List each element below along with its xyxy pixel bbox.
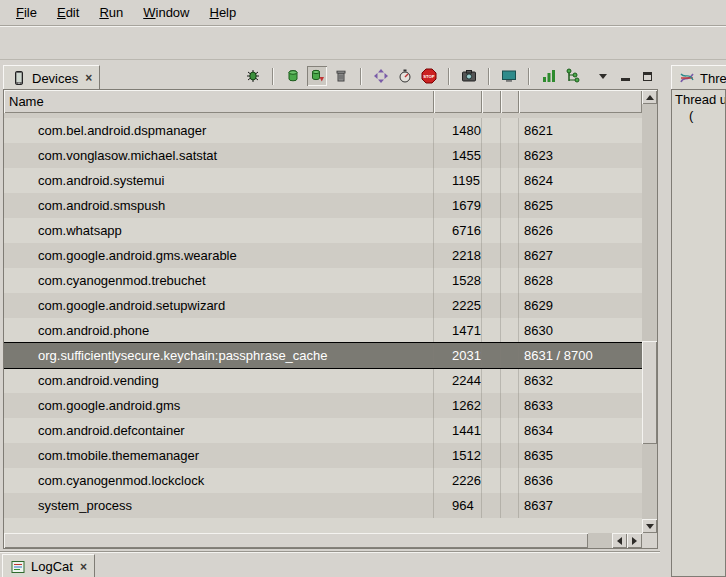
horizontal-scroll-track[interactable] — [4, 533, 612, 548]
column-header[interactable] — [519, 90, 642, 113]
toolbar-separator — [448, 68, 450, 85]
cell-port: 8626 — [519, 218, 642, 243]
start-method-profiling-button[interactable] — [395, 66, 415, 86]
table-row[interactable]: com.bel.android.dspmanager14808621 — [4, 118, 642, 143]
device-icon — [11, 70, 27, 86]
table-row[interactable]: com.cyanogenmod.trebuchet15288628 — [4, 268, 642, 293]
horizontal-scrollbar[interactable] — [4, 533, 642, 548]
cell-c3 — [482, 243, 501, 268]
table-row[interactable]: com.android.systemui11958624 — [4, 168, 642, 193]
cell-port: 8628 — [519, 268, 642, 293]
cause-gc-button[interactable] — [331, 66, 351, 86]
table-row[interactable]: org.sufficientlysecure.keychain:passphra… — [4, 343, 642, 368]
threads-view: Threads Thread up ( — [671, 63, 726, 577]
column-header[interactable] — [434, 90, 482, 113]
dump-hprof-button[interactable] — [307, 66, 327, 86]
scroll-down-button[interactable] — [642, 519, 657, 533]
table-row[interactable]: com.android.smspush16798625 — [4, 193, 642, 218]
cell-c4 — [501, 368, 519, 393]
stop-process-button[interactable]: STOP — [419, 66, 439, 86]
cell-port: 8621 — [519, 118, 642, 143]
table-row[interactable]: com.android.vending224408632 — [4, 368, 642, 393]
arrow-up-icon — [646, 95, 654, 100]
logcat-icon — [10, 559, 26, 575]
cell-pid: 6716 — [434, 218, 482, 243]
scroll-left-button[interactable] — [612, 533, 627, 548]
view-menu-icon[interactable] — [597, 70, 609, 82]
cell-c3 — [482, 368, 501, 393]
cell-name: com.android.defcontainer — [4, 418, 434, 443]
cell-c3 — [482, 318, 501, 343]
table-row[interactable]: com.android.defcontainer144118634 — [4, 418, 642, 443]
cell-c3 — [482, 193, 501, 218]
cell-port: 8637 — [519, 493, 642, 518]
opengl-trace-button[interactable] — [563, 66, 583, 86]
svg-text:STOP: STOP — [423, 74, 435, 79]
table-row[interactable]: com.google.android.gms.wearable221858627 — [4, 243, 642, 268]
process-table: com.bel.android.dspmanager14808621com.vo… — [4, 113, 642, 533]
cell-name: com.cyanogenmod.trebuchet — [4, 268, 434, 293]
tab-threads[interactable]: Threads — [671, 65, 726, 89]
threads-message-line2: ( — [689, 108, 722, 124]
threads-message-line1: Thread up — [675, 92, 722, 108]
close-icon[interactable]: × — [85, 72, 92, 84]
table-row[interactable]: com.android.phone14718630 — [4, 318, 642, 343]
scroll-right-button[interactable] — [627, 533, 642, 548]
column-header[interactable] — [501, 90, 519, 113]
vertical-scroll-track[interactable] — [642, 104, 657, 519]
cell-c3 — [482, 468, 501, 493]
cell-pid: 1679 — [434, 193, 482, 218]
debug-process-button[interactable] — [243, 66, 263, 86]
devices-view: Devices × STOP Name com.bel.android.dspm… — [3, 63, 658, 549]
close-icon[interactable]: × — [80, 561, 87, 573]
scrollbar-corner — [642, 533, 657, 548]
tab-logcat[interactable]: LogCat × — [2, 554, 95, 577]
menu-run[interactable]: Run — [89, 2, 133, 23]
cell-c4 — [501, 243, 519, 268]
view-window-controls — [597, 70, 653, 82]
cell-port: 8627 — [519, 243, 642, 268]
update-threads-button[interactable] — [371, 66, 391, 86]
table-row[interactable]: com.tmobile.thememanager15128635 — [4, 443, 642, 468]
cell-port: 8629 — [519, 293, 642, 318]
start-method-profiling-icon — [397, 68, 413, 84]
horizontal-scroll-thumb[interactable] — [4, 533, 588, 548]
allocation-tracker-button[interactable] — [539, 66, 559, 86]
vertical-scrollbar[interactable] — [642, 90, 657, 533]
cell-name: com.android.systemui — [4, 168, 434, 193]
table-row[interactable]: com.google.android.setupwizard222508629 — [4, 293, 642, 318]
table-row[interactable]: com.cyanogenmod.lockclock222658636 — [4, 468, 642, 493]
cell-c3 — [482, 443, 501, 468]
scroll-up-button[interactable] — [642, 90, 657, 104]
cell-name: system_process — [4, 493, 434, 518]
cell-c4 — [501, 218, 519, 243]
table-row[interactable]: com.vonglasow.michael.satstat145538623 — [4, 143, 642, 168]
tab-devices[interactable]: Devices × — [3, 65, 100, 89]
cell-pid: 22250 — [434, 293, 482, 318]
cell-c3 — [482, 493, 501, 518]
cell-name: com.tmobile.thememanager — [4, 443, 434, 468]
update-heap-button[interactable] — [283, 66, 303, 86]
cell-c3 — [482, 143, 501, 168]
maximize-icon[interactable] — [641, 70, 653, 82]
cell-c3 — [482, 393, 501, 418]
menu-bar: FileEditRunWindowHelp — [0, 0, 726, 26]
menu-file[interactable]: File — [6, 2, 47, 23]
cell-pid: 22440 — [434, 368, 482, 393]
cell-name: com.android.vending — [4, 368, 434, 393]
menu-help[interactable]: Help — [199, 2, 246, 23]
capture-video-button[interactable] — [499, 66, 519, 86]
table-row[interactable]: com.whatsapp67168626 — [4, 218, 642, 243]
devices-toolbar: STOP — [243, 66, 583, 86]
screen-capture-button[interactable] — [459, 66, 479, 86]
table-row[interactable]: com.google.android.gms126238633 — [4, 393, 642, 418]
capture-video-icon — [501, 68, 517, 84]
menu-window[interactable]: Window — [133, 2, 199, 23]
menu-edit[interactable]: Edit — [47, 2, 89, 23]
column-header[interactable] — [482, 90, 501, 113]
column-header-name[interactable]: Name — [4, 90, 434, 113]
table-row[interactable]: system_process9648637 — [4, 493, 642, 518]
minimize-icon[interactable] — [619, 70, 631, 82]
vertical-scroll-thumb[interactable] — [642, 341, 657, 445]
allocation-tracker-icon — [541, 68, 557, 84]
